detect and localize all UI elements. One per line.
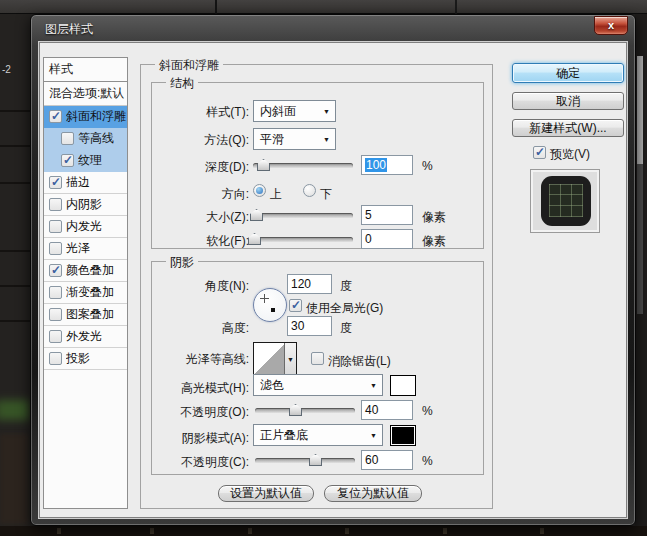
- shadow-opacity-input[interactable]: 60: [361, 450, 413, 470]
- effect-checkbox[interactable]: [49, 176, 62, 189]
- size-unit: 像素: [422, 209, 446, 226]
- depth-value-selected: 100: [365, 158, 387, 172]
- sidebar-item-label: 内阴影: [66, 196, 102, 213]
- sidebar-item-label: 外发光: [66, 328, 102, 345]
- direction-down-radio[interactable]: [303, 184, 316, 197]
- shadow-color-swatch[interactable]: [390, 425, 416, 446]
- dialog-title: 图层样式: [45, 21, 93, 38]
- sidebar-item-斜面和浮雕[interactable]: 斜面和浮雕: [44, 106, 127, 128]
- depth-slider[interactable]: [253, 159, 353, 171]
- style-dropdown[interactable]: 内斜面 ▼: [253, 100, 336, 122]
- effect-checkbox[interactable]: [49, 286, 62, 299]
- slider-track[interactable]: [253, 237, 353, 242]
- slider-track[interactable]: [255, 458, 355, 463]
- sidebar-item-label: 内发光: [66, 218, 102, 235]
- effect-checkbox[interactable]: [49, 242, 62, 255]
- depth-input[interactable]: 100: [361, 155, 413, 175]
- highlight-opacity-slider[interactable]: [255, 404, 355, 416]
- sidebar-item-描边[interactable]: 描边: [44, 172, 127, 194]
- direction-up-radio[interactable]: [253, 184, 266, 197]
- direction-label: 方向:: [152, 186, 249, 203]
- highlight-mode-dropdown[interactable]: 滤色 ▼: [253, 374, 383, 396]
- altitude-input[interactable]: 30: [287, 316, 332, 336]
- effect-checkbox[interactable]: [61, 154, 74, 167]
- slider-thumb[interactable]: [289, 404, 302, 416]
- shadow-opacity-slider[interactable]: [255, 454, 355, 466]
- technique-dropdown[interactable]: 平滑 ▼: [253, 128, 336, 150]
- slider-track[interactable]: [255, 408, 355, 413]
- slider-thumb[interactable]: [250, 209, 263, 221]
- gloss-contour-picker[interactable]: ▼: [253, 342, 297, 377]
- sidebar-item-blending-options[interactable]: 混合选项:默认: [44, 82, 127, 106]
- effect-checkbox[interactable]: [49, 220, 62, 233]
- antialias-label[interactable]: 消除锯齿(L): [328, 353, 391, 370]
- sidebar-item-等高线[interactable]: 等高线: [44, 128, 127, 150]
- panel-title: 斜面和浮雕: [155, 57, 223, 74]
- slider-thumb[interactable]: [257, 159, 270, 171]
- background-ruler-label: -2: [2, 64, 11, 75]
- soften-slider[interactable]: [253, 233, 353, 245]
- make-default-button[interactable]: 设置为默认值: [218, 485, 314, 502]
- highlight-mode-value: 滤色: [260, 377, 284, 394]
- close-icon: x: [608, 19, 614, 31]
- sidebar-item-光泽[interactable]: 光泽: [44, 238, 127, 260]
- antialias-checkbox[interactable]: [311, 352, 324, 365]
- angle-dial[interactable]: [253, 288, 287, 322]
- shadow-mode-value: 正片叠底: [260, 427, 308, 444]
- contour-thumbnail: [254, 343, 284, 376]
- slider-thumb[interactable]: [309, 454, 322, 466]
- contour-dropdown-button[interactable]: ▼: [284, 343, 296, 376]
- size-slider[interactable]: [253, 209, 353, 221]
- style-value: 内斜面: [260, 103, 296, 120]
- background-scrollbar: [637, 56, 643, 164]
- chevron-down-icon: ▼: [323, 108, 330, 115]
- effect-checkbox[interactable]: [49, 110, 62, 123]
- sidebar-item-纹理[interactable]: 纹理: [44, 150, 127, 172]
- highlight-opacity-input[interactable]: 40: [361, 400, 413, 420]
- direction-up-label[interactable]: 上: [270, 186, 282, 203]
- ok-button[interactable]: 确定: [512, 63, 624, 83]
- effect-checkbox[interactable]: [49, 330, 62, 343]
- sidebar-item-颜色叠加[interactable]: 颜色叠加: [44, 260, 127, 282]
- angle-input[interactable]: 120: [287, 274, 332, 294]
- size-value: 5: [365, 208, 372, 222]
- effect-checkbox[interactable]: [49, 308, 62, 321]
- depth-label: 深度(D):: [152, 159, 249, 176]
- sidebar-item-渐变叠加[interactable]: 渐变叠加: [44, 282, 127, 304]
- highlight-color-swatch[interactable]: [390, 375, 416, 396]
- effect-checkbox[interactable]: [49, 352, 62, 365]
- size-input[interactable]: 5: [361, 205, 413, 225]
- soften-input[interactable]: 0: [361, 229, 413, 249]
- highlight-opacity-label: 不透明度(O):: [152, 404, 249, 421]
- slider-track[interactable]: [253, 213, 353, 218]
- chevron-down-icon: ▼: [323, 136, 330, 143]
- desktop-background-left: -2: [0, 14, 30, 536]
- sidebar-item-图案叠加[interactable]: 图案叠加: [44, 304, 127, 326]
- altitude-unit: 度: [340, 320, 352, 337]
- sidebar-item-内阴影[interactable]: 内阴影: [44, 194, 127, 216]
- effect-checkbox[interactable]: [49, 198, 62, 211]
- close-button[interactable]: x: [594, 16, 628, 35]
- sidebar-header-styles[interactable]: 样式: [44, 58, 127, 82]
- chevron-down-icon: ▼: [370, 432, 377, 439]
- title-bar[interactable]: 图层样式 x: [31, 15, 635, 42]
- style-preview-box: [530, 169, 600, 233]
- sidebar-item-内发光[interactable]: 内发光: [44, 216, 127, 238]
- effect-checkbox[interactable]: [49, 264, 62, 277]
- slider-thumb[interactable]: [248, 233, 261, 245]
- use-global-light-checkbox[interactable]: [289, 299, 302, 312]
- sidebar-item-外发光[interactable]: 外发光: [44, 326, 127, 348]
- style-preview-thumbnail: [541, 176, 591, 226]
- sidebar-item-label: 渐变叠加: [66, 284, 114, 301]
- preview-label[interactable]: 预览(V): [550, 146, 590, 163]
- cancel-button[interactable]: 取消: [512, 92, 624, 110]
- direction-down-label[interactable]: 下: [320, 186, 332, 203]
- preview-checkbox[interactable]: [533, 146, 546, 159]
- reset-default-button[interactable]: 复位为默认值: [324, 485, 422, 502]
- effect-checkbox[interactable]: [61, 132, 74, 145]
- sidebar-item-投影[interactable]: 投影: [44, 348, 127, 370]
- new-style-button[interactable]: 新建样式(W)...: [512, 119, 624, 137]
- sidebar-item-label: 描边: [66, 174, 90, 191]
- shadow-mode-dropdown[interactable]: 正片叠底 ▼: [253, 424, 383, 446]
- use-global-light-label[interactable]: 使用全局光(G): [306, 300, 383, 317]
